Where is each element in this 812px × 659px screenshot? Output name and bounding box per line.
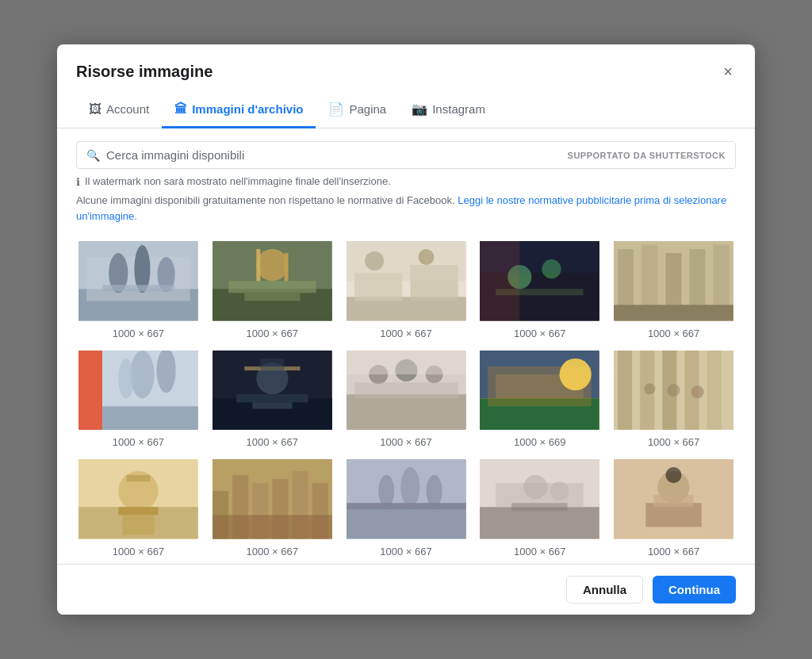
- image-size: 1000 × 667: [246, 436, 297, 448]
- instagram-icon: 📷: [412, 102, 427, 117]
- svg-rect-12: [256, 249, 260, 281]
- policy-link[interactable]: Leggi le nostre normative pubblicitarie …: [76, 194, 726, 222]
- image-item[interactable]: 1000 × 667: [210, 239, 335, 339]
- image-thumb: [210, 349, 335, 432]
- svg-rect-65: [618, 351, 632, 431]
- modal-header: Risorse immagine ×: [57, 44, 755, 82]
- image-size: 1000 × 667: [514, 328, 565, 339]
- svg-rect-46: [236, 394, 308, 402]
- image-item[interactable]: 1000 × 667: [611, 458, 736, 557]
- image-item[interactable]: 1000 × 667: [611, 239, 736, 339]
- svg-rect-56: [347, 351, 466, 374]
- images-grid: 1000 × 667 1000 ×: [76, 239, 736, 557]
- svg-rect-37: [79, 351, 102, 431]
- modal-title: Risorse immagine: [76, 63, 213, 81]
- svg-rect-13: [284, 253, 288, 281]
- image-size: 1000 × 669: [514, 436, 565, 448]
- tab-instagram[interactable]: 📷 Instagram: [399, 92, 498, 128]
- svg-point-93: [426, 475, 442, 507]
- image-thumb: [210, 239, 335, 323]
- image-item[interactable]: 1000 × 667: [210, 349, 335, 449]
- image-item[interactable]: 1000 × 667: [76, 239, 201, 339]
- tab-pagina[interactable]: 📄 Pagina: [316, 92, 399, 128]
- images-container[interactable]: 1000 × 667 1000 ×: [57, 233, 755, 564]
- svg-rect-106: [653, 496, 693, 508]
- image-item[interactable]: 1000 × 667: [344, 349, 469, 449]
- info-icon: ℹ: [76, 176, 80, 188]
- svg-rect-49: [260, 358, 284, 370]
- image-size: 1000 × 667: [380, 436, 431, 448]
- continue-button[interactable]: Continua: [653, 576, 736, 603]
- svg-rect-42: [102, 406, 198, 430]
- image-thumb: [477, 349, 602, 432]
- svg-rect-27: [480, 241, 599, 273]
- image-thumb: [344, 239, 469, 323]
- image-item[interactable]: 1000 × 667: [76, 458, 201, 557]
- image-thumb: [344, 349, 469, 432]
- svg-point-71: [644, 383, 655, 394]
- image-thumb: [210, 458, 335, 541]
- svg-rect-51: [347, 394, 466, 430]
- image-thumb: [76, 458, 201, 541]
- image-resource-modal: Risorse immagine × 🖼 Account 🏛 Immagini …: [57, 44, 755, 615]
- svg-rect-87: [213, 515, 332, 539]
- tabs-container: 🖼 Account 🏛 Immagini d'archivio 📄 Pagina…: [57, 92, 755, 128]
- svg-rect-11: [244, 293, 300, 301]
- svg-rect-47: [252, 402, 292, 408]
- svg-rect-101: [512, 504, 568, 511]
- tab-pagina-label: Pagina: [349, 102, 386, 116]
- image-size: 1000 × 667: [648, 546, 699, 557]
- image-item[interactable]: 1000 × 667: [76, 349, 201, 449]
- image-thumb: [344, 458, 469, 541]
- modal-footer: Annulla Continua: [57, 564, 755, 615]
- tab-account[interactable]: 🖼 Account: [76, 92, 162, 128]
- svg-rect-94: [347, 504, 466, 510]
- close-button[interactable]: ×: [720, 60, 736, 82]
- account-icon: 🖼: [89, 102, 102, 117]
- svg-rect-30: [618, 249, 634, 312]
- svg-point-92: [400, 467, 419, 507]
- svg-rect-69: [707, 351, 722, 431]
- svg-point-62: [560, 358, 592, 390]
- svg-rect-78: [126, 475, 150, 481]
- svg-point-9: [256, 249, 288, 281]
- pagina-icon: 📄: [328, 102, 344, 117]
- svg-point-72: [691, 385, 704, 398]
- image-thumb: [76, 239, 201, 323]
- tab-archivio[interactable]: 🏛 Immagini d'archivio: [162, 92, 316, 128]
- image-size: 1000 × 667: [113, 436, 164, 448]
- image-item[interactable]: 1000 × 669: [477, 349, 602, 449]
- image-size: 1000 × 667: [246, 328, 297, 339]
- image-item[interactable]: 1000 × 667: [210, 458, 335, 557]
- image-thumb: [477, 239, 602, 323]
- image-thumb: [611, 458, 736, 541]
- cancel-button[interactable]: Annulla: [566, 576, 643, 603]
- image-item[interactable]: 1000 × 667: [477, 239, 602, 339]
- svg-rect-31: [642, 245, 657, 312]
- image-size: 1000 × 667: [380, 328, 431, 339]
- search-input[interactable]: [106, 148, 568, 162]
- tab-archivio-label: Immagini d'archivio: [192, 102, 303, 116]
- image-item[interactable]: 1000 × 667: [344, 239, 469, 339]
- search-icon: 🔍: [86, 149, 100, 162]
- watermark-notice: ℹ Il watermark non sarà mostrato nell'im…: [76, 175, 736, 188]
- svg-rect-34: [714, 245, 730, 312]
- svg-rect-76: [118, 508, 158, 515]
- svg-rect-35: [614, 305, 733, 321]
- archivio-icon: 🏛: [174, 102, 187, 117]
- image-thumb: [477, 458, 602, 541]
- image-thumb: [611, 239, 736, 323]
- shutterstock-label: SUPPORTATO DA SHUTTERSTOCK: [568, 151, 726, 160]
- tab-instagram-label: Instagram: [432, 102, 485, 116]
- svg-rect-10: [228, 281, 316, 293]
- image-size: 1000 × 667: [113, 328, 164, 339]
- image-item[interactable]: 1000 × 667: [344, 458, 469, 557]
- image-item[interactable]: 1000 × 667: [477, 458, 602, 557]
- image-size: 1000 × 667: [648, 436, 699, 448]
- svg-point-99: [524, 475, 548, 499]
- image-item[interactable]: 1000 × 667: [611, 349, 736, 449]
- svg-point-41: [118, 358, 134, 398]
- svg-point-91: [378, 475, 394, 507]
- svg-rect-77: [122, 515, 154, 535]
- svg-rect-32: [666, 253, 682, 312]
